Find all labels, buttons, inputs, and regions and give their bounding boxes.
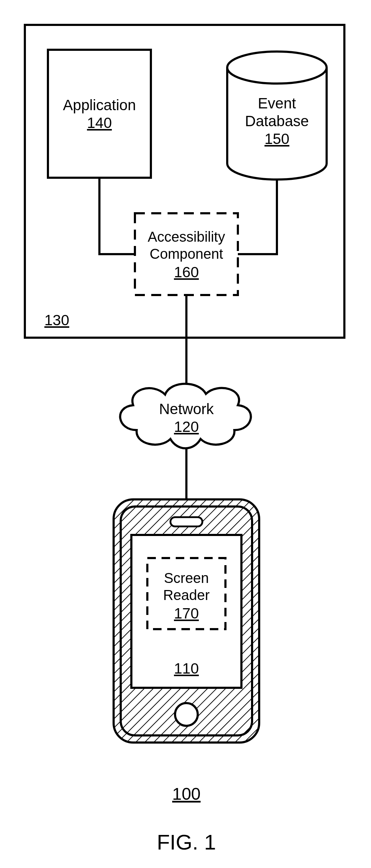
screen-reader-label-2: Reader (163, 587, 209, 603)
connector-app-to-accessibility (99, 178, 135, 254)
network-ref: 120 (174, 418, 199, 435)
speaker-icon (170, 517, 202, 526)
figure-1-diagram: 130 Application 140 Event Database 150 (0, 0, 371, 868)
network-label: Network (159, 401, 214, 417)
accessibility-ref: 160 (174, 264, 199, 280)
screen-reader-ref: 170 (174, 605, 199, 622)
svg-point-4 (227, 52, 327, 84)
screen-reader-label-1: Screen (164, 570, 209, 586)
event-database-block: Event Database 150 (227, 52, 327, 180)
client-device: Screen Reader 170 110 (114, 499, 259, 743)
home-button-icon (175, 703, 198, 726)
connector-db-to-accessibility (238, 180, 277, 254)
client-ref: 110 (174, 660, 199, 677)
server-container: 130 Application 140 Event Database 150 (25, 25, 344, 338)
event-database-label-2: Database (245, 113, 309, 129)
screen-reader-block: Screen Reader 170 (147, 558, 225, 629)
event-database-label-1: Event (258, 95, 296, 112)
svg-rect-3 (48, 50, 151, 178)
accessibility-label-2: Component (150, 246, 223, 262)
network-cloud: Network 120 (120, 384, 251, 449)
application-label: Application (63, 97, 136, 113)
server-ref: 130 (44, 312, 69, 328)
application-block: Application 140 (48, 50, 151, 178)
figure-caption: FIG. 1 (157, 830, 216, 854)
system-ref: 100 (172, 784, 201, 803)
application-ref: 140 (87, 114, 112, 131)
event-database-ref: 150 (264, 130, 289, 147)
accessibility-label-1: Accessibility (148, 229, 225, 245)
accessibility-component-block: Accessibility Component 160 (135, 213, 238, 295)
